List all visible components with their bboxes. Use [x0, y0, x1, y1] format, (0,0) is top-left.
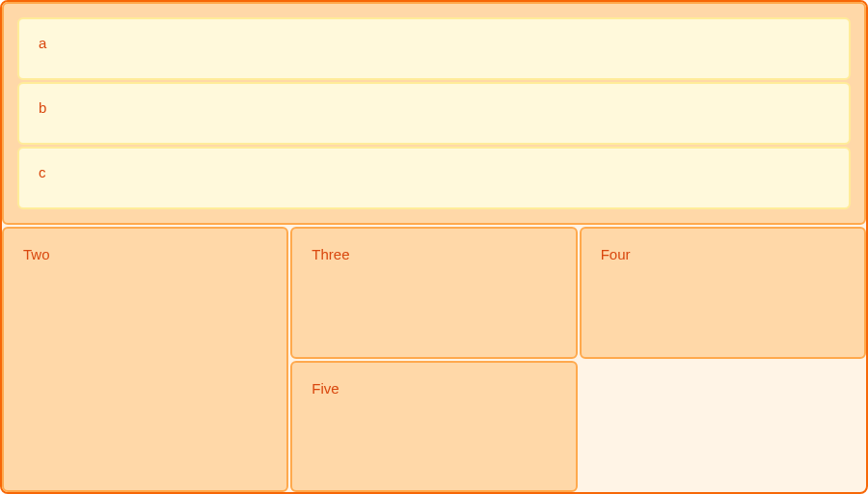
box-four: Four — [580, 227, 866, 358]
box-two: Two — [2, 227, 288, 492]
grid-wrapper: a b c Two Three Four Five — [0, 0, 868, 494]
box-one: a b c — [2, 2, 866, 225]
nested-item-c: c — [17, 147, 851, 209]
nested-item-b: b — [17, 82, 851, 145]
box-five: Five — [290, 361, 577, 492]
box-three: Three — [290, 227, 577, 358]
nested-item-a: a — [17, 17, 851, 80]
